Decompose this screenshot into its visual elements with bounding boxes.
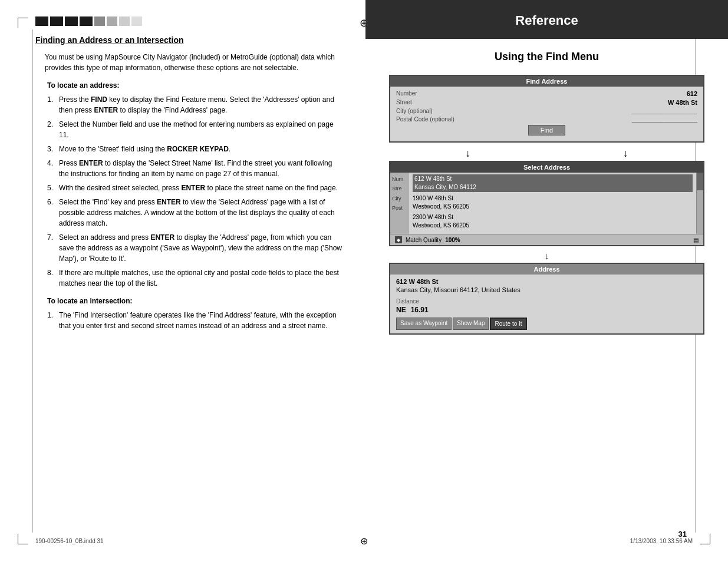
address-line2: Kansas City, Missouri 64112, United Stat… [396,286,697,293]
locate-intersection-list: 1. The 'Find Intersection' feature opera… [35,310,342,331]
bold-rocker: ROCKER KEYPAD [167,145,228,153]
match-icon: ◆ [395,236,402,243]
side-label-city: City [392,194,407,203]
arrow-down-2: ↓ [389,251,704,262]
locate-address-list: 1. Press the FIND key to display the Fin… [35,94,342,289]
side-label-stre: Stre [392,184,407,193]
intro-text: You must be using MapSource City Navigat… [35,52,342,73]
value-city: ____________________ [632,108,697,114]
direction-value: NE [396,306,406,314]
list-item: 7. Select an address and press ENTER to … [47,232,342,264]
crosshair-bottom: ⊕ [360,535,368,547]
match-quality-bar: ◆ Match Quality 100% ▤ [390,234,703,245]
list-num: 4. [47,158,53,168]
distance-label: Distance [396,298,697,305]
list-num: 5. [47,183,53,193]
distance-value: 16.91 [411,306,429,314]
arrow-row-1: ↓ ↓ [389,147,704,160]
arrow-down-left: ↓ [465,147,470,160]
section-heading: Using the Find Menu [389,51,704,63]
list-num: 3. [47,144,53,154]
select-address-title: Select Address [390,162,703,173]
select-entry-2: 1900 W 48th StWestwood, KS 66205 [413,194,693,211]
list-item: 4. Press ENTER to display the 'Select St… [47,158,342,179]
find-address-body: Number 612 Street W 48th St City (option… [390,87,703,141]
right-header: Reference [365,0,728,39]
value-number: 612 [687,90,697,97]
bold-enter-5: ENTER [150,233,174,242]
list-item: 5. With the desired street selected, pre… [47,183,342,193]
label-number: Number [396,90,417,97]
left-column: Finding an Address or an Intersection Yo… [0,0,365,562]
screen-row-city: City (optional) ____________________ [396,108,697,114]
find-address-screen: Find Address Number 612 Street W 48th St… [389,75,704,143]
right-content: Using the Find Menu Find Address Number … [365,39,728,346]
value-street: W 48th St [668,99,697,106]
route-to-it-button[interactable]: Route to It [490,318,526,330]
list-item: 6. Select the 'Find' key and press ENTER… [47,197,342,229]
locate-address-heading: To locate an address: [35,81,342,90]
bold-enter-1: ENTER [94,106,118,114]
select-entry-3: 2300 W 48th StWestwood, KS 66205 [413,213,693,230]
value-postal: ____________________ [632,116,697,123]
list-item: 2. Select the Number field and use the m… [47,119,342,140]
label-city: City (optional) [396,108,433,114]
list-num: 8. [47,267,53,278]
bold-enter-3: ENTER [181,184,205,192]
show-map-button[interactable]: Show Map [453,318,489,330]
footer-left: 190-00256-10_0B.indd 31 [35,538,104,544]
bold-enter-4: ENTER [157,198,181,206]
bold-find: FIND [91,95,107,104]
select-entries: 612 W 48th StKansas City, MO 64112 1900 … [409,173,696,234]
address-screen: Address 612 W 48th St Kansas City, Misso… [389,263,704,335]
locate-intersection-heading: To locate an intersection: [35,297,342,305]
footer-right: 1/13/2003, 10:33:56 AM [630,538,693,544]
arrow-down-right: ↓ [623,147,628,160]
list-item: 8. If there are multiple matches, use th… [47,267,342,289]
save-waypoint-button[interactable]: Save as Waypoint [396,318,452,330]
list-num: 1. [47,310,53,320]
screen-row-number: Number 612 [396,90,697,97]
distance-row: NE 16.91 [396,306,697,314]
page-number: 31 [678,530,687,538]
match-quality-label: Match Quality [406,237,442,243]
section-title: Finding an Address or an Intersection [35,35,342,45]
side-label-post: Post [392,204,407,212]
select-scrollbar[interactable] [696,173,703,234]
address-line1: 612 W 48th St [396,278,697,285]
right-column: Reference Using the Find Menu Find Addre… [365,0,728,562]
list-item: 1. Press the FIND key to display the Fin… [47,94,342,115]
list-num: 2. [47,119,53,130]
list-item: 3. Move to the 'Street' field using the … [47,144,342,154]
label-street: Street [396,99,412,106]
label-postal: Postal Code (optional) [396,116,454,123]
address-body: 612 W 48th St Kansas City, Missouri 6411… [390,275,703,333]
screen-row-street: Street W 48th St [396,99,697,106]
find-address-title: Find Address [390,76,703,87]
list-num: 1. [47,94,53,105]
select-entry-1: 612 W 48th StKansas City, MO 64112 [413,174,693,192]
match-percent: 100% [445,237,460,243]
find-button[interactable]: Find [528,125,565,135]
screen-row-postal: Postal Code (optional) _________________… [396,116,697,123]
match-symbol: ▤ [693,237,699,243]
address-title: Address [390,264,703,275]
list-item: 1. The 'Find Intersection' feature opera… [47,310,342,331]
select-address-screen: Select Address Num Stre City Post 612 W … [389,161,704,246]
list-num: 7. [47,232,53,243]
select-address-body: Num Stre City Post 612 W 48th StKansas C… [390,173,703,234]
select-side-labels: Num Stre City Post [390,173,409,234]
address-buttons: Save as Waypoint Show Map Route to It [396,318,697,330]
bold-enter-2: ENTER [79,159,103,167]
side-label-num: Num [392,175,407,183]
list-num: 6. [47,197,53,207]
